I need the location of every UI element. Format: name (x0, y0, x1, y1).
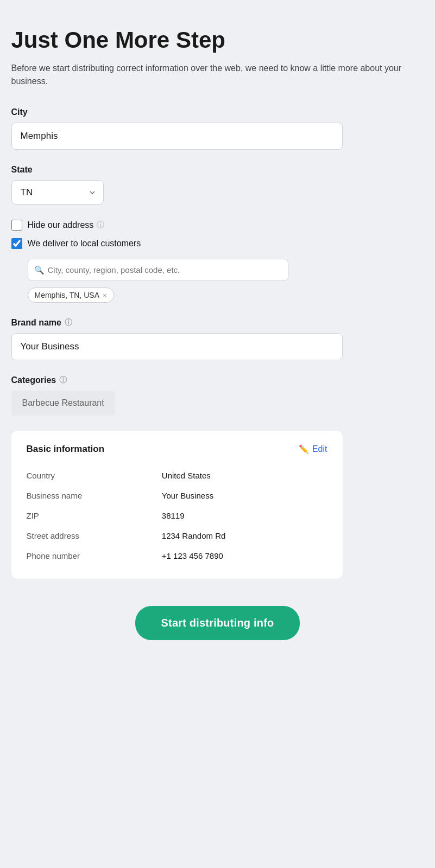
info-value: +1 123 456 7890 (162, 546, 327, 566)
hide-address-row: Hide our address ⓘ (11, 220, 424, 231)
deliver-local-checkbox[interactable] (11, 238, 22, 249)
state-select[interactable]: TN AL AR CA FL GA KY MS NC TX (11, 180, 104, 205)
brand-name-info-icon: ⓘ (65, 318, 72, 328)
delivery-tag-text: Memphis, TN, USA (35, 291, 100, 299)
table-row: ZIP 38119 (27, 506, 327, 526)
table-row: Country United States (27, 465, 327, 486)
state-label: State (11, 165, 424, 175)
delivery-search-input[interactable] (28, 259, 288, 281)
categories-field-group: Categories ⓘ Barbecue Restaurant (11, 375, 424, 416)
basic-info-table: Country United States Business name Your… (27, 465, 327, 566)
table-row: Business name Your Business (27, 486, 327, 506)
city-label: City (11, 107, 424, 117)
edit-icon: ✏️ (299, 444, 309, 454)
hide-address-label[interactable]: Hide our address ⓘ (28, 220, 105, 230)
delivery-tag: Memphis, TN, USA × (28, 288, 114, 303)
info-value: Your Business (162, 486, 327, 506)
edit-button[interactable]: ✏️ Edit (299, 444, 327, 454)
basic-info-title: Basic information (27, 444, 105, 455)
state-field-group: State TN AL AR CA FL GA KY MS NC TX (11, 165, 424, 205)
city-field-group: City (11, 107, 424, 150)
checkboxes-group: Hide our address ⓘ We deliver to local c… (11, 220, 424, 303)
categories-label: Categories ⓘ (11, 375, 424, 385)
info-key: Phone number (27, 546, 162, 566)
info-key: Business name (27, 486, 162, 506)
search-icon: 🔍 (34, 265, 45, 275)
page-subtitle: Before we start distributing correct inf… (11, 62, 424, 88)
page-title: Just One More Step (11, 27, 424, 53)
deliver-local-label[interactable]: We deliver to local customers (28, 239, 141, 248)
brand-name-label: Brand name ⓘ (11, 318, 424, 328)
hide-address-checkbox[interactable] (11, 220, 22, 231)
brand-name-field-group: Brand name ⓘ (11, 318, 424, 360)
info-value: 38119 (162, 506, 327, 526)
delivery-search-wrapper: 🔍 (28, 259, 288, 281)
table-row: Street address 1234 Random Rd (27, 526, 327, 546)
basic-info-card: Basic information ✏️ Edit Country United… (11, 431, 343, 579)
hide-address-info-icon: ⓘ (97, 220, 104, 230)
info-key: Country (27, 465, 162, 486)
info-value: United States (162, 465, 327, 486)
basic-info-header: Basic information ✏️ Edit (27, 444, 327, 455)
cta-section: Start distributing info (11, 606, 424, 662)
delivery-section: 🔍 Memphis, TN, USA × (11, 259, 424, 303)
deliver-local-row: We deliver to local customers (11, 238, 424, 249)
table-row: Phone number +1 123 456 7890 (27, 546, 327, 566)
info-key: ZIP (27, 506, 162, 526)
brand-name-input[interactable] (11, 333, 343, 360)
delivery-tag-remove[interactable]: × (103, 292, 107, 299)
start-distributing-button[interactable]: Start distributing info (135, 606, 300, 640)
category-button[interactable]: Barbecue Restaurant (11, 391, 115, 416)
info-key: Street address (27, 526, 162, 546)
categories-info-icon: ⓘ (59, 375, 67, 385)
city-input[interactable] (11, 123, 343, 150)
edit-label: Edit (312, 444, 327, 454)
info-value: 1234 Random Rd (162, 526, 327, 546)
